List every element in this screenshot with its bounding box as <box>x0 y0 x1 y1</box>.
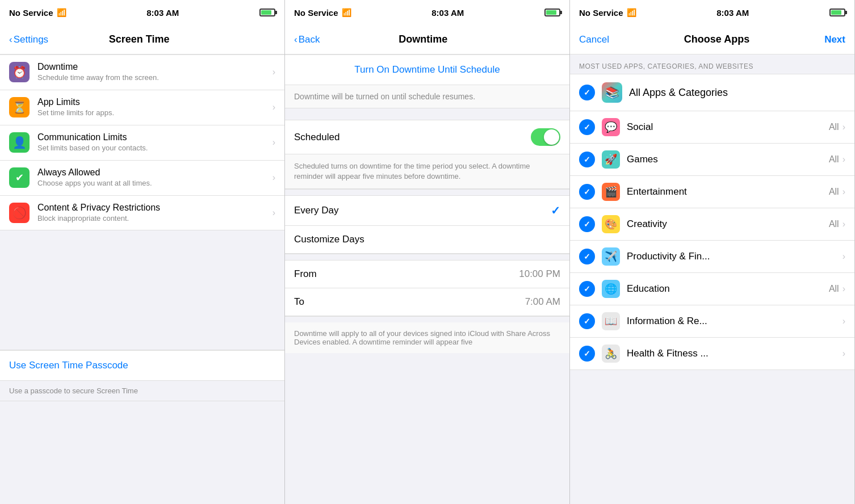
all-apps-item[interactable]: ✓ 📚 All Apps & Categories <box>570 74 854 111</box>
app-limits-text: App Limits Set time limits for apps. <box>37 97 273 118</box>
information-item[interactable]: ✓ 📖 Information & Re... › <box>570 305 854 338</box>
games-item[interactable]: ✓ 🚀 Games All › <box>570 144 854 176</box>
panel-screen-time: No Service 📶 8:03 AM ‹ Settings Screen T… <box>0 0 285 504</box>
passcode-note: Use a passcode to secure Screen Time <box>0 381 284 401</box>
customize-days-row[interactable]: Customize Days <box>285 226 569 254</box>
downtime-title: Downtime <box>37 62 273 72</box>
from-label: From <box>294 268 317 280</box>
status-bar-1: No Service 📶 8:03 AM <box>0 0 284 25</box>
signal-3: No Service 📶 <box>579 8 636 18</box>
time-3: 8:03 AM <box>716 8 749 18</box>
scheduled-note: Scheduled turns on downtime for the time… <box>285 154 569 189</box>
next-button[interactable]: Next <box>824 34 845 45</box>
back-to-screen-time[interactable]: ‹ Back <box>294 34 320 45</box>
information-chevron: › <box>843 316 845 326</box>
time-2: 8:03 AM <box>431 8 464 18</box>
creativity-item[interactable]: ✓ 🎨 Creativity All › <box>570 208 854 241</box>
information-check: ✓ <box>579 313 595 329</box>
back-label-2: Back <box>299 34 320 45</box>
entertainment-tag: All <box>829 187 839 197</box>
content-privacy-chevron: › <box>273 208 275 218</box>
education-chevron: › <box>843 284 845 294</box>
always-allowed-item[interactable]: ✔ Always Allowed Choose apps you want at… <box>0 161 284 196</box>
social-item[interactable]: ✓ 💬 Social All › <box>570 111 854 144</box>
entertainment-check: ✓ <box>579 184 595 200</box>
social-name: Social <box>627 121 829 133</box>
separator-2b <box>285 190 569 195</box>
to-value: 7:00 AM <box>525 296 560 308</box>
to-label: To <box>294 296 304 308</box>
health-name: Health & Fitness ... <box>627 348 839 359</box>
downtime-chevron: › <box>273 67 275 77</box>
content-2: Turn On Downtime Until Schedule Downtime… <box>285 54 569 504</box>
content-privacy-item[interactable]: 🚫 Content & Privacy Restrictions Block i… <box>0 196 284 230</box>
nav-title-3: Choose Apps <box>684 33 749 45</box>
games-check: ✓ <box>579 152 595 167</box>
panel-downtime: No Service 📶 8:03 AM ‹ Back Downtime Tur… <box>285 0 570 504</box>
education-item[interactable]: ✓ 🌐 Education All › <box>570 273 854 305</box>
nav-title-2: Downtime <box>399 33 447 45</box>
back-chevron-1: ‹ <box>9 34 12 45</box>
nav-bar-1: ‹ Settings Screen Time <box>0 25 284 54</box>
days-section: Every Day ✓ Customize Days <box>285 195 569 254</box>
from-row[interactable]: From 10:00 PM <box>285 261 569 288</box>
all-apps-check: ✓ <box>579 85 595 100</box>
every-day-label: Every Day <box>294 205 338 216</box>
social-icon: 💬 <box>602 118 620 136</box>
content-privacy-icon: 🚫 <box>9 203 30 223</box>
comm-limits-title: Communication Limits <box>37 132 273 142</box>
battery-area-3 <box>829 9 845 16</box>
passcode-link[interactable]: Use Screen Time Passcode <box>0 350 284 381</box>
downtime-icon: ⏰ <box>9 62 30 82</box>
creativity-name: Creativity <box>627 219 829 230</box>
every-day-row[interactable]: Every Day ✓ <box>285 196 569 226</box>
education-check: ✓ <box>579 281 595 297</box>
always-allowed-icon: ✔ <box>9 167 30 188</box>
separator-1 <box>0 230 284 236</box>
to-row[interactable]: To 7:00 AM <box>285 288 569 316</box>
comm-limits-item[interactable]: 👤 Communication Limits Set limits based … <box>0 125 284 161</box>
from-value: 10:00 PM <box>519 268 560 280</box>
comm-limits-text: Communication Limits Set limits based on… <box>37 132 273 153</box>
entertainment-item[interactable]: ✓ 🎬 Entertainment All › <box>570 176 854 208</box>
no-service-label-2: No Service <box>294 8 338 18</box>
games-tag: All <box>829 154 839 165</box>
scheduled-toggle[interactable] <box>531 128 560 146</box>
wifi-icon-1: 📶 <box>57 8 66 17</box>
spacer-1 <box>0 236 284 350</box>
content-privacy-title: Content & Privacy Restrictions <box>37 203 273 213</box>
scheduled-label: Scheduled <box>294 132 340 143</box>
information-name: Information & Re... <box>627 316 839 327</box>
health-item[interactable]: ✓ 🚴 Health & Fitness ... › <box>570 338 854 369</box>
creativity-icon: 🎨 <box>602 215 620 233</box>
cancel-button[interactable]: Cancel <box>579 34 609 45</box>
all-apps-label: All Apps & Categories <box>629 87 728 99</box>
creativity-tag: All <box>829 219 839 229</box>
signal-1: No Service 📶 <box>9 8 66 18</box>
app-limits-title: App Limits <box>37 97 273 107</box>
separator-2c <box>285 254 569 260</box>
turn-on-section: Turn On Downtime Until Schedule Downtime… <box>285 54 569 108</box>
downtime-item[interactable]: ⏰ Downtime Schedule time away from the s… <box>0 55 284 90</box>
creativity-check: ✓ <box>579 216 595 232</box>
games-name: Games <box>627 154 829 165</box>
turn-on-downtime-btn[interactable]: Turn On Downtime Until Schedule <box>285 55 569 85</box>
information-icon: 📖 <box>602 312 620 330</box>
settings-list: ⏰ Downtime Schedule time away from the s… <box>0 54 284 230</box>
scheduled-toggle-row[interactable]: Scheduled <box>285 120 569 154</box>
back-to-settings[interactable]: ‹ Settings <box>9 34 48 45</box>
nav-bar-3: Cancel Choose Apps Next <box>570 25 854 54</box>
entertainment-name: Entertainment <box>627 186 829 198</box>
app-limits-item[interactable]: ⏳ App Limits Set time limits for apps. › <box>0 90 284 125</box>
downtime-text: Downtime Schedule time away from the scr… <box>37 62 273 83</box>
productivity-chevron: › <box>843 251 845 262</box>
customize-days-label: Customize Days <box>294 234 364 245</box>
nav-title-1: Screen Time <box>109 33 170 45</box>
passcode-section: Use Screen Time Passcode Use a passcode … <box>0 350 284 401</box>
always-allowed-text: Always Allowed Choose apps you want at a… <box>37 167 273 188</box>
productivity-item[interactable]: ✓ ✈️ Productivity & Fin... › <box>570 241 854 273</box>
back-chevron-2: ‹ <box>294 34 297 45</box>
app-limits-chevron: › <box>273 102 275 112</box>
wifi-icon-3: 📶 <box>627 8 636 17</box>
battery-area-1 <box>259 9 275 16</box>
